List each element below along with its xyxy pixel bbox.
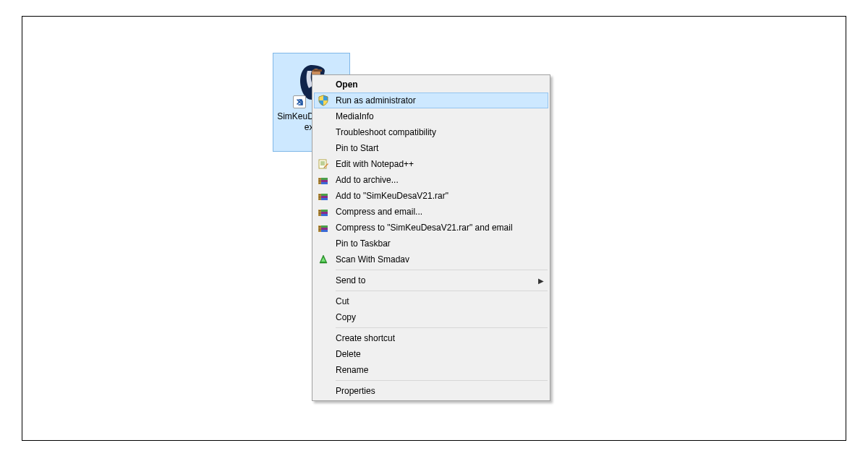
menu-label: Scan With Smadav (336, 254, 409, 264)
menu-label: Add to "SimKeuDesaV21.rar" (336, 191, 448, 201)
svg-rect-20 (319, 197, 321, 198)
menu-delete[interactable]: Delete (314, 346, 548, 362)
menu-separator (336, 327, 548, 328)
svg-rect-35 (319, 228, 321, 228)
winrar-icon (317, 205, 330, 218)
menu-run-as-administrator[interactable]: Run as administrator (314, 93, 548, 108)
menu-add-to-named-rar[interactable]: Add to "SimKeuDesaV21.rar" (314, 188, 548, 204)
winrar-icon (317, 221, 330, 234)
shield-icon (317, 94, 330, 107)
svg-rect-10 (319, 178, 321, 179)
svg-rect-28 (319, 213, 321, 214)
winrar-icon (317, 189, 330, 202)
screenshot-frame: SimKeuDesaV21.exe Open Run as administra… (22, 16, 846, 441)
menu-send-to[interactable]: Send to ▶ (314, 272, 548, 288)
svg-rect-26 (319, 210, 321, 211)
notepadpp-icon (317, 158, 330, 171)
menu-pin-to-start[interactable]: Pin to Start (314, 140, 548, 156)
svg-rect-27 (319, 212, 321, 212)
menu-separator (336, 291, 548, 291)
menu-cut[interactable]: Cut (314, 293, 548, 309)
menu-create-shortcut[interactable]: Create shortcut (314, 330, 548, 346)
smadav-icon (317, 253, 330, 266)
menu-label: Create shortcut (336, 333, 395, 343)
menu-label: Pin to Taskbar (336, 238, 391, 249)
svg-rect-36 (319, 229, 321, 230)
svg-rect-29 (319, 215, 321, 215)
menu-open[interactable]: Open (314, 77, 548, 93)
winrar-icon (317, 173, 330, 186)
menu-mediainfo[interactable]: MediaInfo (314, 108, 548, 124)
menu-edit-notepadpp[interactable]: Edit with Notepad++ (314, 156, 548, 172)
menu-label: MediaInfo (336, 111, 374, 121)
menu-label: Add to archive... (336, 175, 399, 185)
menu-compress-and-email[interactable]: Compress and email... (314, 204, 548, 220)
svg-rect-19 (319, 196, 321, 197)
svg-rect-18 (319, 194, 321, 195)
menu-label: Properties (336, 386, 375, 396)
menu-rename[interactable]: Rename (314, 362, 548, 378)
menu-scan-with-smadav[interactable]: Scan With Smadav (314, 251, 548, 267)
menu-label: Send to (336, 275, 365, 285)
menu-pin-to-taskbar[interactable]: Pin to Taskbar (314, 236, 548, 251)
menu-label: Delete (336, 349, 361, 359)
svg-rect-37 (319, 231, 321, 231)
menu-troubleshoot-compatibility[interactable]: Troubleshoot compatibility (314, 124, 548, 140)
menu-label: Compress and email... (336, 207, 422, 217)
menu-separator (336, 380, 548, 381)
context-menu: Open Run as administrator MediaInfo Trou… (312, 74, 550, 401)
svg-rect-21 (319, 199, 321, 199)
svg-rect-11 (319, 180, 321, 181)
menu-label: Run as administrator (336, 95, 416, 106)
svg-rect-1 (313, 69, 322, 72)
menu-copy[interactable]: Copy (314, 309, 548, 325)
submenu-arrow-icon: ▶ (538, 272, 544, 288)
menu-label: Open (336, 79, 358, 90)
svg-rect-12 (319, 181, 321, 182)
menu-label: Troubleshoot compatibility (336, 127, 436, 137)
svg-rect-34 (319, 226, 321, 227)
svg-rect-13 (319, 183, 321, 184)
menu-label: Copy (336, 312, 356, 322)
menu-compress-named-and-email[interactable]: Compress to "SimKeuDesaV21.rar" and emai… (314, 220, 548, 236)
menu-properties[interactable]: Properties (314, 383, 548, 399)
menu-add-to-archive[interactable]: Add to archive... (314, 172, 548, 188)
menu-label: Compress to "SimKeuDesaV21.rar" and emai… (336, 223, 513, 233)
menu-label: Rename (336, 365, 368, 375)
menu-separator (336, 270, 548, 270)
menu-label: Pin to Start (336, 143, 378, 153)
menu-label: Edit with Notepad++ (336, 159, 414, 169)
menu-label: Cut (336, 296, 349, 306)
shortcut-overlay-icon (293, 95, 306, 108)
